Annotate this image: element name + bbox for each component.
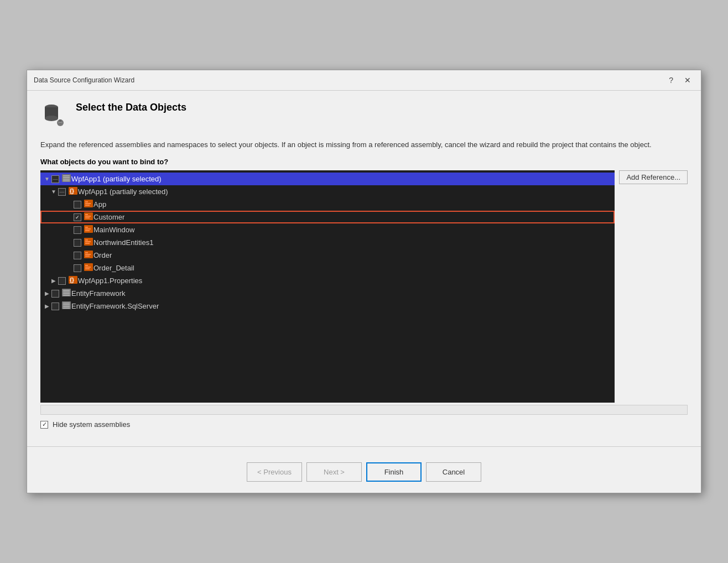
tree-checkbox[interactable] — [51, 303, 59, 310]
title-bar-buttons: ? ✕ — [665, 75, 694, 86]
svg-rect-14 — [85, 201, 88, 202]
tree-item[interactable]: Order_Detail — [40, 262, 615, 274]
svg-rect-47 — [63, 306, 70, 307]
header-row: Select the Data Objects — [40, 102, 688, 128]
horizontal-scrollbar[interactable] — [40, 405, 688, 415]
svg-rect-35 — [85, 267, 91, 268]
tree-item[interactable]: Order — [40, 249, 615, 262]
tree-expander[interactable] — [65, 213, 74, 222]
class-icon — [84, 212, 93, 222]
tree-expander[interactable] — [65, 264, 74, 273]
svg-rect-32 — [85, 256, 90, 257]
svg-point-2 — [45, 116, 58, 121]
tree-item-label: WpfApp1 (partially selected) — [71, 175, 162, 183]
class-icon — [84, 250, 93, 260]
tree-checkbox[interactable]: — — [51, 175, 59, 183]
tree-item[interactable]: ▶EntityFramework.SqlServer — [40, 300, 615, 312]
svg-rect-36 — [85, 268, 90, 269]
close-button[interactable]: ✕ — [681, 75, 694, 86]
tree-container: ▼—WpfApp1 (partially selected)▼—{}WpfApp… — [40, 170, 688, 403]
tree-expander[interactable] — [65, 238, 74, 247]
namespace-icon: {} — [68, 275, 78, 286]
tree-item-label: WpfApp1 (partially selected) — [78, 187, 168, 196]
cancel-button[interactable]: Cancel — [426, 462, 481, 482]
page-title: Select the Data Objects — [76, 102, 186, 113]
svg-rect-46 — [63, 304, 70, 305]
svg-rect-24 — [85, 230, 90, 231]
svg-rect-18 — [85, 214, 88, 215]
tree-item-label: NorthwindEntities1 — [93, 238, 153, 247]
tree-checkbox[interactable] — [74, 264, 81, 272]
datasource-icon — [40, 102, 67, 128]
previous-button[interactable]: < Previous — [247, 462, 302, 482]
dialog-title: Data Source Configuration Wizard — [34, 76, 134, 84]
tree-checkbox[interactable] — [74, 252, 81, 259]
section-label: What objects do you want to bind to? — [40, 158, 688, 166]
tree-item-label: EntityFramework — [71, 289, 126, 298]
tree-expander[interactable]: ▼ — [43, 175, 51, 184]
svg-rect-20 — [85, 217, 90, 218]
tree-item[interactable]: ✓Customer — [40, 211, 615, 223]
tree-checkbox[interactable]: ✓ — [74, 213, 81, 221]
tree-expander[interactable]: ▶ — [43, 289, 51, 298]
svg-rect-15 — [85, 203, 91, 204]
tree-checkbox[interactable] — [58, 277, 66, 285]
svg-rect-27 — [85, 241, 91, 242]
tree-checkbox[interactable] — [74, 239, 81, 247]
divider — [27, 446, 701, 447]
svg-rect-48 — [63, 307, 70, 309]
tree-item-label: EntityFramework.SqlServer — [71, 302, 159, 310]
tree-expander[interactable]: ▶ — [49, 277, 58, 285]
help-button[interactable]: ? — [665, 75, 677, 86]
tree-checkbox[interactable] — [74, 201, 81, 208]
tree-item[interactable]: ▼—WpfApp1 (partially selected) — [40, 173, 615, 185]
add-reference-button[interactable]: Add Reference... — [619, 170, 688, 184]
namespace-icon: {} — [68, 186, 78, 197]
svg-text:{}: {} — [70, 277, 74, 283]
tree-expander[interactable]: ▶ — [43, 302, 51, 311]
assembly-icon — [61, 301, 71, 311]
tree-item[interactable]: App — [40, 198, 615, 211]
hide-system-assemblies-checkbox[interactable] — [40, 421, 48, 429]
svg-rect-41 — [63, 291, 70, 293]
tree-expander[interactable] — [65, 226, 74, 234]
tree-checkbox[interactable]: — — [58, 188, 66, 196]
dialog: Data Source Configuration Wizard ? ✕ — [27, 70, 701, 494]
tree-checkbox[interactable] — [51, 290, 59, 298]
tree-panel[interactable]: ▼—WpfApp1 (partially selected)▼—{}WpfApp… — [40, 170, 615, 403]
tree-item[interactable]: ▶{}WpfApp1.Properties — [40, 274, 615, 287]
svg-rect-43 — [63, 295, 70, 296]
title-bar: Data Source Configuration Wizard ? ✕ — [27, 70, 701, 91]
tree-item[interactable]: NorthwindEntities1 — [40, 236, 615, 249]
svg-rect-9 — [63, 179, 70, 180]
tree-item[interactable]: ▶EntityFramework — [40, 287, 615, 300]
wizard-icon — [40, 102, 67, 128]
content-area: Select the Data Objects Expand the refer… — [27, 91, 701, 438]
tree-expander[interactable]: ▼ — [49, 187, 58, 196]
hide-system-assemblies-label: Hide system assemblies — [53, 420, 130, 429]
svg-rect-40 — [63, 290, 70, 291]
tree-checkbox[interactable] — [74, 226, 81, 234]
svg-rect-10 — [63, 180, 70, 181]
tree-expander[interactable] — [65, 200, 74, 209]
class-icon — [84, 225, 93, 235]
tree-item-label: Order — [93, 251, 112, 259]
finish-button[interactable]: Finish — [366, 462, 422, 482]
assembly-icon — [61, 174, 71, 184]
button-row: < Previous Next > Finish Cancel — [27, 456, 701, 493]
tree-expander[interactable] — [65, 251, 74, 260]
class-icon — [84, 237, 93, 248]
tree-item-label: WpfApp1.Properties — [78, 277, 142, 285]
svg-rect-5 — [58, 122, 63, 123]
svg-rect-23 — [85, 228, 91, 230]
svg-rect-16 — [85, 205, 90, 206]
footer-options: Hide system assemblies — [40, 420, 688, 429]
next-button[interactable]: Next > — [306, 462, 362, 482]
tree-item-label: MainWindow — [93, 226, 134, 234]
tree-item[interactable]: MainWindow — [40, 223, 615, 236]
svg-rect-8 — [63, 177, 70, 178]
class-icon — [84, 263, 93, 273]
tree-item-label: Order_Detail — [93, 264, 134, 272]
svg-rect-30 — [85, 252, 88, 253]
tree-item[interactable]: ▼—{}WpfApp1 (partially selected) — [40, 185, 615, 198]
